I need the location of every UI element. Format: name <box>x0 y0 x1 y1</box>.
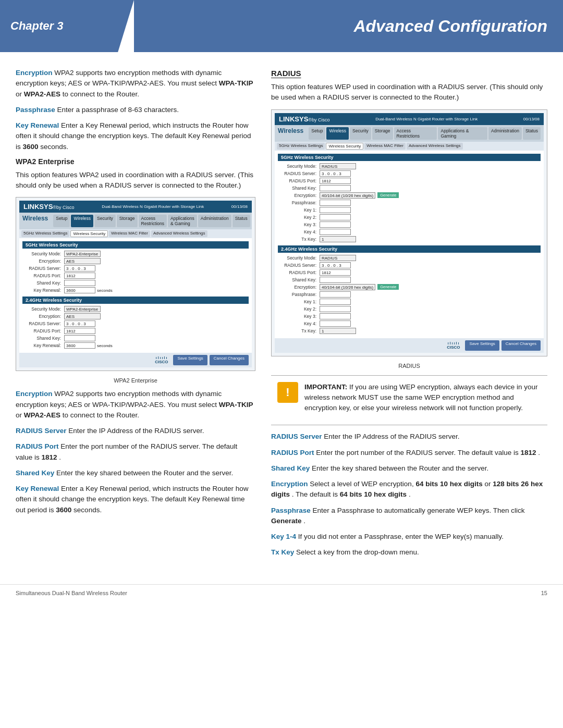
nav-admin-r[interactable]: Administration <box>488 127 522 140</box>
tab-5ghz[interactable]: 5GHz Wireless Settings <box>21 230 69 237</box>
r-radius-server-input[interactable]: 3 . 0 . 0 . 3 <box>320 170 351 177</box>
security-mode-select[interactable]: WPA2-Enterprise <box>64 251 101 257</box>
r-key4-input[interactable] <box>320 229 351 235</box>
section2-title: 2.4GHz Wireless Security <box>22 297 249 304</box>
router-header: LINKSYS®by Cisco Dual-Band Wireless N Gi… <box>19 201 252 213</box>
r-passphrase-row-2: Passphrase: <box>278 291 541 298</box>
chapter-label: Chapter 3 <box>0 0 134 52</box>
nav-status-r[interactable]: Status <box>523 127 541 140</box>
header-title-area: Advanced Configuration <box>134 0 563 52</box>
r-key2-input-2[interactable] <box>320 306 351 312</box>
security-mode-select-2[interactable]: WPA2-Enterprise <box>64 306 101 312</box>
generate-button[interactable]: Generate <box>377 192 399 198</box>
key-renewal-input[interactable]: 3600 <box>64 287 95 293</box>
nav-access-r[interactable]: Access Restrictions <box>394 127 437 140</box>
nav-apps-r[interactable]: Applications & Gaming <box>438 127 487 140</box>
r-shared-key-input-2[interactable] <box>320 277 351 283</box>
passphrase-para: Passphrase Enter a passphrase of 8-63 ch… <box>16 105 255 115</box>
nav-apps[interactable]: Applications & Gaming <box>168 215 197 227</box>
save-settings-btn-r[interactable]: Save Settings <box>465 340 499 351</box>
wpa2-enterprise-desc: This option features WPA2 used in coordi… <box>16 170 255 191</box>
bits-default-label: 64 bits 10 hex digits <box>340 490 407 498</box>
nav-access[interactable]: Access Restrictions <box>139 215 167 227</box>
r-shared-key-input[interactable] <box>320 185 351 191</box>
router-body-right: 5GHz Wireless Security Security Mode: RA… <box>275 151 544 338</box>
r-radius-port-input[interactable]: 1812 <box>320 178 351 184</box>
tab-advanced-r[interactable]: Advanced Wireless Settings <box>407 143 463 150</box>
radius-heading: RADIUS <box>271 69 547 78</box>
tab-advanced[interactable]: Advanced Wireless Settings <box>151 230 207 237</box>
shared-key-input[interactable] <box>64 280 95 286</box>
shared-key-para: Shared Key Enter the key shared between … <box>16 468 255 478</box>
page-title: Advanced Configuration <box>353 17 547 36</box>
r-security-mode-select-2[interactable]: RADIUS <box>320 255 356 261</box>
nav-security-r[interactable]: Security <box>350 127 371 140</box>
r-radius-port-input-2[interactable]: 1812 <box>320 269 351 276</box>
tab-mac-r[interactable]: Wireless MAC Filter <box>364 143 406 150</box>
r-security-mode-select[interactable]: RADIUS <box>320 163 356 169</box>
key-renewal-label: Key Renewal <box>16 121 59 129</box>
firmware-right: 00/13/08 <box>523 117 540 121</box>
radius-server-input-2[interactable]: 3 . 0 . 0 . 3 <box>64 320 95 327</box>
save-settings-btn[interactable]: Save Settings <box>173 355 207 365</box>
key-renewal-default: 3600 <box>23 143 39 151</box>
nav-setup[interactable]: Setup <box>53 215 70 227</box>
encryption-row: Encryption: AES <box>22 258 249 264</box>
r-key1-input-2[interactable] <box>320 299 351 305</box>
nav-wireless[interactable]: Wireless <box>71 215 93 227</box>
tab-5ghz-r[interactable]: 5GHz Wireless Settings <box>277 143 325 150</box>
encryption-para: Encryption WPA2 supports two encryption … <box>16 68 255 100</box>
wireless-label-right: Wireless <box>278 127 303 140</box>
linksys-logo: LINKSYS®by Cisco <box>23 203 75 211</box>
nav-setup-r[interactable]: Setup <box>309 127 325 140</box>
r-radius-server-input-2[interactable]: 3 . 0 . 0 . 3 <box>320 262 351 268</box>
nav-storage[interactable]: Storage <box>117 215 138 227</box>
r-key4-row-2: Key 4: <box>278 320 541 327</box>
encryption2-para: Encryption WPA2 supports two encryption … <box>16 389 255 421</box>
encryption-select[interactable]: AES <box>64 258 101 264</box>
tab-security[interactable]: Wireless Security <box>70 230 108 237</box>
radius-port-input[interactable]: 1812 <box>64 273 95 279</box>
r-txkey-select-2[interactable]: 1 <box>320 328 356 334</box>
nav-wireless-r[interactable]: Wireless <box>326 127 349 140</box>
key-renewal-input-2[interactable]: 3600 <box>64 342 95 349</box>
router-footer-right: ılıılı CISCO Save Settings Cancel Change… <box>275 338 544 353</box>
router-body: 5GHz Wireless Security Security Mode: WP… <box>19 238 252 353</box>
tx-key-label: Tx Key <box>271 548 294 556</box>
r-encryption-select[interactable]: 40/104-bit (10/26 hex digits) <box>320 192 375 199</box>
r-radius-server-row-2: RADIUS Server: 3 . 0 . 0 . 3 <box>278 262 541 268</box>
shared-key-input-2[interactable] <box>64 335 95 341</box>
r-key3-row: Key 3: <box>278 221 541 228</box>
security-mode-row-2: Security Mode: WPA2-Enterprise <box>22 306 249 312</box>
r-radius-port-default: 1812 <box>520 449 536 456</box>
tab-security-r[interactable]: Wireless Security <box>326 143 363 150</box>
r-key4-input-2[interactable] <box>320 320 351 327</box>
passphrase-label: Passphrase <box>16 106 55 114</box>
tab-mac[interactable]: Wireless MAC Filter <box>109 230 150 237</box>
nav-status[interactable]: Status <box>232 215 250 227</box>
left-column: Encryption WPA2 supports two encryption … <box>16 68 255 563</box>
r-key3-input[interactable] <box>320 221 351 228</box>
nav-admin[interactable]: Administration <box>198 215 231 227</box>
r-shared-key-para: Shared Key Enter the key shared between … <box>271 463 547 474</box>
r-key3-input-2[interactable] <box>320 313 351 319</box>
radius-server-input[interactable]: 3 . 0 . 0 . 3 <box>64 265 95 272</box>
r-key1-input[interactable] <box>320 207 351 213</box>
nav-storage-r[interactable]: Storage <box>372 127 393 140</box>
cancel-changes-btn[interactable]: Cancel Changes <box>210 355 249 365</box>
radius-port-input-2[interactable]: 1812 <box>64 328 95 334</box>
router-tabs-right: 5GHz Wireless Settings Wireless Security… <box>275 142 544 151</box>
generate-button-2[interactable]: Generate <box>377 284 399 290</box>
r-encryption-select-2[interactable]: 40/104-bit (10/26 hex digits) <box>320 284 375 290</box>
nav-security[interactable]: Security <box>94 215 116 227</box>
encryption-select-2[interactable]: AES <box>64 313 101 319</box>
cancel-changes-btn-r[interactable]: Cancel Changes <box>501 340 541 351</box>
r-passphrase-input-2[interactable] <box>320 291 351 298</box>
r-shared-key-label: Shared Key <box>271 464 310 472</box>
r-key2-input[interactable] <box>320 214 351 220</box>
r-txkey-select[interactable]: 1 <box>320 236 356 242</box>
key-renewal2-default: 3600 <box>56 506 71 514</box>
cisco-logo: ılıılı CISCO <box>152 355 171 365</box>
radius-caption: RADIUS <box>271 363 547 369</box>
r-passphrase-input[interactable] <box>320 200 351 206</box>
